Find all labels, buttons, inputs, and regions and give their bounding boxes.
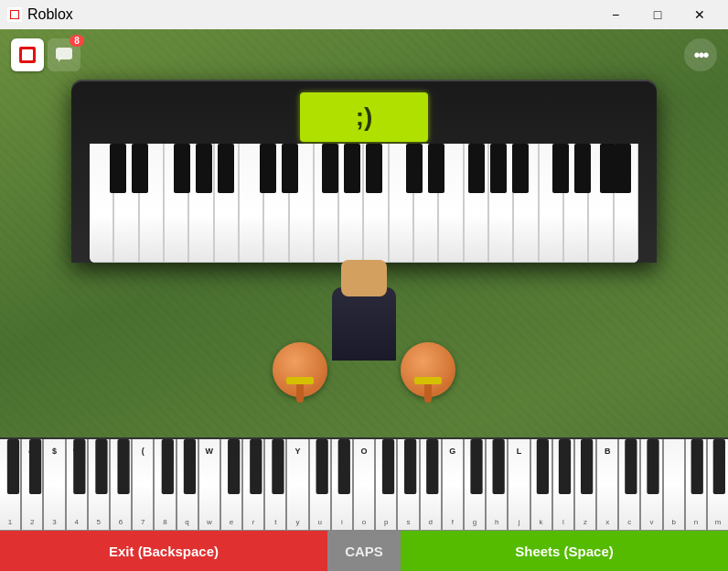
chat-icon — [54, 45, 74, 65]
wkey-3d[interactable] — [539, 144, 563, 263]
white-key-6[interactable]: (7 — [132, 439, 154, 531]
wkey-3d[interactable] — [464, 144, 488, 263]
key-label-bottom: i — [341, 518, 343, 526]
key-label-bottom: j — [519, 518, 520, 526]
key-label-top: C — [561, 447, 567, 456]
wkey-3d[interactable] — [164, 144, 188, 263]
chat-button[interactable]: 8 — [48, 38, 80, 71]
right-wristband — [414, 377, 442, 384]
key-label-top: G — [449, 447, 455, 456]
white-key-29[interactable]: v — [640, 439, 662, 531]
white-key-9[interactable]: Ww — [198, 439, 220, 531]
white-key-4[interactable]: ^5 — [88, 439, 110, 531]
key-label-bottom: 2 — [30, 518, 34, 526]
white-key-17[interactable]: Pp — [375, 439, 397, 531]
key-label-bottom: q — [185, 518, 188, 526]
wkey-3d[interactable] — [289, 144, 314, 263]
white-key-2[interactable]: $3 — [43, 439, 65, 531]
white-key-11[interactable]: Rr — [242, 439, 264, 531]
white-key-10[interactable]: Ee — [220, 439, 242, 531]
wkey-3d[interactable] — [214, 144, 239, 263]
key-label-bottom: 7 — [141, 518, 145, 526]
wkey-3d[interactable] — [588, 144, 613, 263]
key-label-bottom: 8 — [163, 518, 166, 526]
white-key-19[interactable]: Dd — [420, 439, 442, 531]
key-label-top: ^ — [96, 447, 101, 456]
character-head — [341, 260, 387, 296]
white-key-31[interactable]: n — [685, 439, 707, 531]
more-button[interactable]: ••• — [684, 38, 717, 71]
wkey-3d[interactable] — [389, 144, 413, 263]
caps-button[interactable]: CAPS — [327, 531, 401, 571]
key-label-bottom: o — [362, 518, 366, 526]
key-label-bottom: z — [583, 518, 587, 526]
roblox-logo-button[interactable] — [11, 38, 44, 71]
minimize-button[interactable]: − — [594, 0, 637, 29]
key-label-top: B — [605, 447, 611, 456]
svg-rect-4 — [22, 49, 33, 60]
wkey-3d[interactable] — [314, 144, 338, 263]
white-key-3[interactable]: %4 — [66, 439, 88, 531]
white-key-21[interactable]: Hg — [464, 439, 486, 531]
white-key-12[interactable]: Tt — [264, 439, 286, 531]
white-key-7[interactable]: 8 — [154, 439, 176, 531]
wkey-3d[interactable] — [188, 144, 213, 263]
key-label-top: D — [427, 447, 434, 456]
wkey-3d[interactable] — [614, 144, 638, 263]
exit-button[interactable]: Exit (Backspace) — [0, 531, 327, 571]
key-label-bottom: p — [384, 518, 388, 526]
white-key-20[interactable]: Gf — [442, 439, 464, 531]
wkey-3d[interactable] — [438, 144, 463, 263]
white-key-0[interactable]: !1 — [0, 439, 21, 531]
wkey-3d[interactable] — [488, 144, 513, 263]
wkey-3d[interactable] — [563, 144, 588, 263]
virtual-piano: !1@2$3%4^5*6(78QqWwEeRrTtYyUuIiOoPpSsDdG… — [0, 439, 728, 531]
keyboard-ui: !1@2$3%4^5*6(78QqWwEeRrTtYyUuIiOoPpSsDdG… — [0, 437, 728, 571]
wkey-3d[interactable] — [513, 144, 538, 263]
key-label-top: T — [273, 447, 279, 456]
wkey-3d[interactable] — [139, 144, 164, 263]
key-label-bottom: g — [473, 518, 476, 526]
white-key-23[interactable]: Lj — [508, 439, 530, 531]
key-label-bottom: 6 — [119, 518, 123, 526]
white-key-28[interactable]: c — [618, 439, 640, 531]
key-label-top: U — [316, 447, 323, 456]
close-button[interactable]: ✕ — [679, 0, 721, 29]
white-key-13[interactable]: Yy — [286, 439, 308, 531]
key-label-bottom: n — [694, 518, 698, 526]
white-key-26[interactable]: Vz — [574, 439, 596, 531]
key-label-top: S — [405, 447, 411, 456]
white-key-32[interactable]: m — [707, 439, 728, 531]
game-area: 8 ••• ;) — [0, 29, 728, 571]
key-label-top: L — [517, 447, 522, 456]
svg-rect-2 — [11, 11, 18, 18]
key-label-bottom: 3 — [52, 518, 56, 526]
white-key-16[interactable]: Oo — [353, 439, 375, 531]
wkey-3d[interactable] — [413, 144, 438, 263]
bottom-buttons: Exit (Backspace) CAPS Sheets (Space) — [0, 531, 728, 571]
white-key-5[interactable]: *6 — [110, 439, 132, 531]
wkey-3d[interactable] — [90, 144, 113, 263]
key-label-bottom: s — [406, 518, 410, 526]
maximize-button[interactable]: □ — [637, 0, 679, 29]
wkey-3d[interactable] — [363, 144, 388, 263]
wkey-3d[interactable] — [239, 144, 263, 263]
white-key-15[interactable]: Ii — [331, 439, 353, 531]
key-label-bottom: h — [495, 518, 498, 526]
white-key-22[interactable]: Jh — [486, 439, 508, 531]
white-key-14[interactable]: Uu — [309, 439, 331, 531]
white-key-24[interactable]: Zk — [530, 439, 552, 531]
white-key-1[interactable]: @2 — [21, 439, 43, 531]
white-key-27[interactable]: Bx — [596, 439, 618, 531]
white-keys-row: !1@2$3%4^5*6(78QqWwEeRrTtYyUuIiOoPpSsDdG… — [0, 439, 728, 531]
white-key-18[interactable]: Ss — [397, 439, 419, 531]
key-label-bottom: m — [715, 518, 722, 526]
key-label-top: R — [251, 447, 257, 456]
wkey-3d[interactable] — [113, 144, 138, 263]
sheets-button[interactable]: Sheets (Space) — [401, 531, 728, 571]
wkey-3d[interactable] — [338, 144, 363, 263]
white-key-25[interactable]: Cl — [552, 439, 574, 531]
wkey-3d[interactable] — [263, 144, 288, 263]
white-key-8[interactable]: Qq — [177, 439, 198, 531]
white-key-30[interactable]: b — [663, 439, 685, 531]
